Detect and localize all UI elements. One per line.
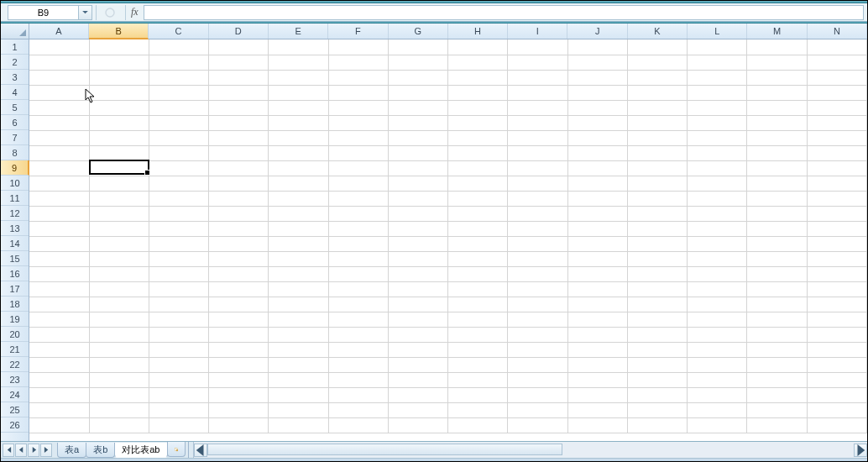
cell[interactable] — [209, 266, 269, 281]
cell[interactable] — [388, 312, 447, 327]
row-header-23[interactable]: 23 — [1, 372, 29, 387]
cell[interactable] — [448, 221, 508, 236]
cell[interactable] — [627, 39, 687, 55]
cell[interactable] — [149, 402, 208, 417]
cell[interactable] — [627, 281, 687, 297]
cell[interactable] — [448, 266, 508, 281]
cell[interactable] — [448, 342, 508, 357]
cell-grid[interactable] — [29, 39, 867, 433]
cell[interactable] — [269, 417, 328, 433]
cell[interactable] — [209, 387, 269, 402]
cell[interactable] — [209, 357, 269, 372]
cell[interactable] — [149, 176, 208, 191]
cell[interactable] — [89, 55, 149, 70]
cell[interactable] — [209, 39, 269, 55]
cell[interactable] — [567, 372, 627, 387]
cell[interactable] — [688, 206, 747, 221]
cell[interactable] — [269, 39, 328, 55]
cell[interactable] — [508, 281, 567, 297]
cell[interactable] — [388, 417, 447, 433]
cell[interactable] — [448, 327, 508, 342]
cell[interactable] — [328, 221, 388, 236]
column-header-C[interactable]: C — [149, 24, 208, 39]
cell[interactable] — [328, 342, 388, 357]
cell[interactable] — [448, 281, 508, 297]
select-all-corner[interactable] — [1, 24, 29, 39]
cell[interactable] — [89, 100, 149, 115]
cell[interactable] — [627, 312, 687, 327]
cell[interactable] — [149, 357, 208, 372]
cell[interactable] — [627, 191, 687, 206]
cell[interactable] — [149, 266, 208, 281]
cell[interactable] — [388, 387, 447, 402]
cell[interactable] — [807, 372, 866, 387]
cell[interactable] — [388, 100, 447, 115]
cell[interactable] — [747, 145, 807, 160]
cell[interactable] — [747, 176, 807, 191]
cell[interactable] — [29, 236, 89, 251]
cell[interactable] — [747, 160, 807, 176]
cell[interactable] — [388, 221, 447, 236]
cell[interactable] — [747, 342, 807, 357]
tab-nav-next[interactable] — [28, 444, 39, 457]
cell[interactable] — [149, 327, 208, 342]
cell[interactable] — [807, 417, 866, 433]
cell[interactable] — [567, 266, 627, 281]
cell[interactable] — [328, 130, 388, 145]
cell[interactable] — [328, 236, 388, 251]
cell[interactable] — [89, 327, 149, 342]
sheet-tab[interactable]: 表b — [86, 443, 115, 458]
cells-area[interactable] — [29, 39, 867, 441]
scroll-thumb[interactable] — [207, 444, 563, 455]
cell[interactable] — [747, 221, 807, 236]
cell[interactable] — [269, 145, 328, 160]
cell[interactable] — [627, 206, 687, 221]
cell[interactable] — [567, 357, 627, 372]
cell[interactable] — [269, 266, 328, 281]
cell[interactable] — [567, 100, 627, 115]
cell[interactable] — [688, 251, 747, 266]
cell[interactable] — [448, 191, 508, 206]
cell[interactable] — [448, 251, 508, 266]
cell[interactable] — [747, 130, 807, 145]
cell[interactable] — [747, 85, 807, 100]
cell[interactable] — [448, 297, 508, 312]
cell[interactable] — [269, 70, 328, 85]
cell[interactable] — [269, 191, 328, 206]
column-header-J[interactable]: J — [567, 24, 627, 39]
cell[interactable] — [328, 176, 388, 191]
cell[interactable] — [807, 191, 866, 206]
cell[interactable] — [209, 417, 269, 433]
cell[interactable] — [688, 176, 747, 191]
row-header-8[interactable]: 8 — [1, 145, 29, 160]
cell[interactable] — [688, 357, 747, 372]
cell[interactable] — [627, 357, 687, 372]
cell[interactable] — [209, 191, 269, 206]
cell[interactable] — [627, 266, 687, 281]
cell[interactable] — [747, 417, 807, 433]
cell[interactable] — [29, 312, 89, 327]
cell[interactable] — [388, 55, 447, 70]
cell[interactable] — [149, 387, 208, 402]
cell[interactable] — [29, 206, 89, 221]
cell[interactable] — [89, 417, 149, 433]
cell[interactable] — [269, 160, 328, 176]
cell[interactable] — [388, 251, 447, 266]
cell[interactable] — [328, 281, 388, 297]
cell[interactable] — [209, 130, 269, 145]
cell[interactable] — [269, 206, 328, 221]
cell[interactable] — [328, 70, 388, 85]
tab-nav-last[interactable] — [40, 444, 52, 457]
cell[interactable] — [747, 39, 807, 55]
column-header-D[interactable]: D — [209, 24, 269, 39]
cell[interactable] — [508, 55, 567, 70]
cell[interactable] — [448, 39, 508, 55]
cell[interactable] — [627, 160, 687, 176]
row-header-13[interactable]: 13 — [1, 221, 29, 236]
cell[interactable] — [89, 402, 149, 417]
cell[interactable] — [29, 85, 89, 100]
cell[interactable] — [747, 402, 807, 417]
cell[interactable] — [627, 251, 687, 266]
cell[interactable] — [269, 130, 328, 145]
cell[interactable] — [149, 115, 208, 130]
